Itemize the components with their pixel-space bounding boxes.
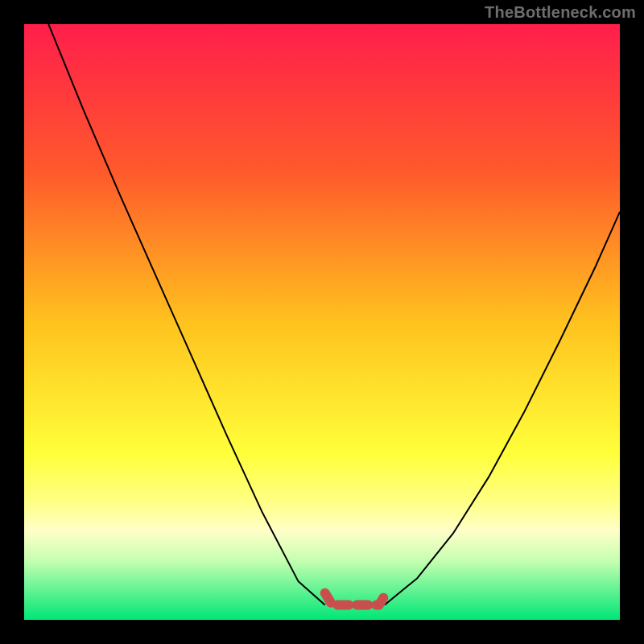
watermark-label: TheBottleneck.com [485,3,636,22]
chart-svg [24,24,620,620]
plot-area [24,24,620,620]
chart-background [24,24,620,620]
chart-frame: TheBottleneck.com [0,0,644,644]
